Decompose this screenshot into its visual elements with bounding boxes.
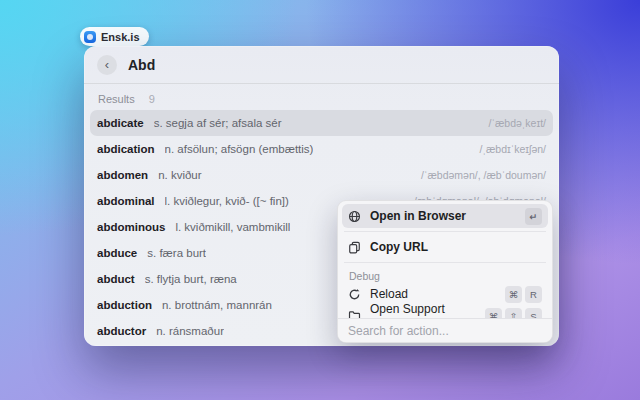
entry-word: abdominous bbox=[97, 221, 165, 233]
entry-definition: n. afsölun; afsögn (embættis) bbox=[165, 143, 314, 155]
entry-definition: n. brottnám, mannrán bbox=[162, 299, 272, 311]
entry-word: abduct bbox=[97, 273, 135, 285]
entry-definition: s. segja af sér; afsala sér bbox=[154, 117, 282, 129]
action-label: Reload bbox=[370, 287, 408, 301]
entry-definition: n. kviður bbox=[158, 169, 201, 181]
entry-definition: s. flytja burt, ræna bbox=[145, 273, 237, 285]
entry-word: abdominal bbox=[97, 195, 155, 207]
search-bar: ‹ Abd bbox=[84, 46, 559, 84]
action-search-footer bbox=[338, 318, 552, 342]
chevron-left-icon: ‹ bbox=[105, 58, 109, 71]
search-input[interactable]: Abd bbox=[128, 57, 155, 73]
result-row[interactable]: abdomen n. kviður /ˈæbdəmən/, /æbˈdoumən… bbox=[90, 162, 553, 188]
action-open-in-browser[interactable]: Open in Browser ↵ bbox=[342, 204, 548, 228]
entry-word: abdicate bbox=[97, 117, 144, 129]
entry-word: abduction bbox=[97, 299, 152, 311]
globe-icon bbox=[348, 210, 361, 223]
shift-key-icon: ⇧ bbox=[505, 308, 522, 319]
result-row[interactable]: abdication n. afsölun; afsögn (embættis)… bbox=[90, 136, 553, 162]
result-row[interactable]: abdicate s. segja af sér; afsala sér /ˈæ… bbox=[90, 110, 553, 136]
entry-definition: n. ránsmaður bbox=[156, 325, 224, 337]
entry-word: abdication bbox=[97, 143, 155, 155]
copy-icon bbox=[348, 241, 361, 254]
s-key: S bbox=[525, 308, 542, 319]
action-label: Open in Browser bbox=[370, 209, 466, 223]
action-label: Open Support Directory bbox=[370, 302, 476, 318]
action-panel: Open in Browser ↵ Copy URL Debug bbox=[337, 200, 553, 343]
entry-phonetic: /ˌæbdɪˈkeɪʃən/ bbox=[480, 143, 546, 155]
action-search-input[interactable] bbox=[348, 324, 542, 338]
app-badge-label: Ensk.is bbox=[101, 31, 140, 43]
entry-definition: l. kviðmikill, vambmikill bbox=[175, 221, 290, 233]
reload-icon bbox=[348, 288, 361, 301]
debug-section-label: Debug bbox=[342, 266, 548, 283]
action-open-support-directory[interactable]: Open Support Directory ⌘ ⇧ S bbox=[342, 305, 548, 318]
back-button[interactable]: ‹ bbox=[97, 55, 117, 75]
ensk-app-icon bbox=[84, 31, 96, 43]
action-panel-items: Open in Browser ↵ Copy URL Debug bbox=[338, 201, 552, 318]
results-label: Results bbox=[98, 93, 135, 105]
folder-icon bbox=[348, 310, 361, 319]
menu-separator bbox=[344, 231, 546, 232]
entry-word: abduce bbox=[97, 247, 137, 259]
app-badge[interactable]: Ensk.is bbox=[80, 27, 149, 46]
entry-definition: l. kviðlegur, kvið- ([~ fin]) bbox=[165, 195, 289, 207]
entry-word: abdomen bbox=[97, 169, 148, 181]
menu-separator bbox=[344, 262, 546, 263]
entry-definition: s. færa burt bbox=[147, 247, 206, 259]
entry-phonetic: /ˈæbdəˌkeɪt/ bbox=[489, 117, 546, 129]
entry-word: abductor bbox=[97, 325, 146, 337]
cmd-key-icon: ⌘ bbox=[485, 308, 502, 319]
entry-phonetic: /ˈæbdəmən/, /æbˈdoumən/ bbox=[421, 169, 546, 181]
results-header: Results 9 bbox=[84, 84, 559, 110]
action-label: Copy URL bbox=[370, 240, 428, 254]
cmd-key-icon: ⌘ bbox=[505, 286, 522, 303]
return-key-icon: ↵ bbox=[525, 208, 542, 225]
r-key: R bbox=[525, 286, 542, 303]
action-copy-url[interactable]: Copy URL bbox=[342, 235, 548, 259]
results-count: 9 bbox=[149, 93, 155, 105]
